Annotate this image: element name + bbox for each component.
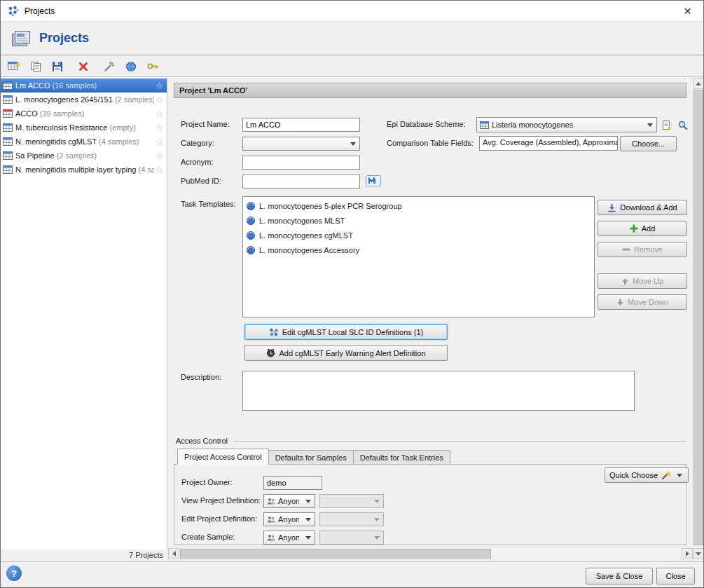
view-project-value: Anyone: [278, 497, 299, 505]
quick-choose-label: Quick Choose: [609, 471, 658, 479]
project-count: (39 samples): [40, 109, 85, 118]
task-template-item[interactable]: L. monocytogenes MLST: [243, 213, 594, 228]
create-sample-secondary-select[interactable]: [319, 531, 384, 545]
category-select[interactable]: [242, 137, 360, 151]
star-icon[interactable]: ☆: [154, 151, 165, 161]
task-template-item[interactable]: L. monocytogenes cgMLST: [243, 228, 594, 242]
save-close-label: Save & Close: [596, 572, 643, 580]
page-title: Projects: [39, 31, 89, 46]
pubmed-input[interactable]: [242, 175, 360, 189]
add-early-warning-button[interactable]: Add cgMLST Early Warning Alert Definitio…: [244, 345, 448, 361]
project-list-item[interactable]: L. monocytogenes 2645/151 (2 samples) ☆: [1, 93, 167, 107]
quick-choose-button[interactable]: Quick Choose: [605, 467, 689, 483]
view-project-secondary-select[interactable]: [319, 494, 384, 508]
chevron-down-icon: [374, 536, 380, 540]
scroll-left-button[interactable]: [168, 548, 179, 559]
project-name: N. meningitidis cgMLST: [15, 137, 97, 146]
task-templates-list[interactable]: L. monocytogenes 5-plex PCR Serogroup L.…: [242, 196, 595, 317]
view-project-definition-select[interactable]: Anyone: [263, 494, 315, 508]
task-template-name: L. monocytogenes 5-plex PCR Serogroup: [259, 202, 402, 210]
edit-project-definition-select[interactable]: Anyone: [263, 512, 315, 526]
save-icon: [52, 61, 63, 72]
horizontal-scroll-thumb[interactable]: [180, 549, 491, 559]
view-project-definition-label: View Project Definition:: [181, 496, 261, 505]
close-button[interactable]: ✕: [672, 1, 703, 21]
key-icon: [147, 61, 159, 71]
project-icon: [3, 109, 13, 118]
project-name-input[interactable]: [242, 118, 360, 132]
move-up-button[interactable]: Move Up: [598, 273, 687, 289]
projects-icon: [11, 29, 32, 48]
tools-button[interactable]: [101, 58, 118, 75]
project-list-item[interactable]: M. tuberculosis Resistance (empty) ☆: [1, 121, 167, 135]
star-icon[interactable]: ☆: [154, 165, 165, 175]
copy-button[interactable]: [27, 58, 44, 75]
description-input[interactable]: [242, 371, 635, 411]
copy-icon: [30, 61, 41, 72]
delete-icon: [78, 62, 88, 71]
task-template-item[interactable]: L. monocytogenes Accessory: [243, 242, 594, 257]
edit-slc-definitions-button[interactable]: Edit cgMLST Local SLC ID Definitions (1): [244, 324, 448, 340]
vertical-scrollbar[interactable]: [693, 78, 704, 559]
edit-slc-label: Edit cgMLST Local SLC ID Definitions (1): [282, 328, 424, 336]
scroll-down-button[interactable]: [693, 548, 704, 559]
move-down-button[interactable]: Move Down: [598, 294, 687, 310]
tab-label: Defaults for Samples: [275, 453, 347, 462]
delete-button[interactable]: [75, 58, 92, 75]
project-list-item[interactable]: Lm ACCO (16 samples) ☆: [1, 78, 167, 93]
remove-button[interactable]: Remove: [598, 242, 687, 257]
project-count-footer: 7 Projects: [1, 551, 163, 559]
tab-defaults-for-samples[interactable]: Defaults for Samples: [268, 450, 354, 465]
new-project-button[interactable]: [6, 58, 22, 75]
download-icon: [607, 203, 616, 212]
download-add-button[interactable]: Download & Add: [598, 200, 687, 215]
view-scheme-button[interactable]: [675, 118, 690, 132]
help-button[interactable]: ?: [6, 566, 22, 581]
star-icon[interactable]: ☆: [154, 137, 165, 147]
epi-scheme-select[interactable]: Listeria monocytogenes: [476, 117, 657, 132]
star-icon[interactable]: ☆: [154, 81, 165, 91]
tab-project-access-control[interactable]: Project Access Control: [177, 449, 269, 465]
task-template-item[interactable]: L. monocytogenes 5-plex PCR Serogroup: [243, 198, 594, 213]
acronym-input[interactable]: [242, 156, 360, 170]
project-owner-input[interactable]: [263, 476, 322, 490]
scroll-up-button[interactable]: [693, 78, 704, 89]
project-icon: [3, 165, 13, 174]
globe-icon: [125, 61, 137, 72]
plus-icon: [630, 224, 638, 233]
project-icon: [3, 81, 13, 90]
publish-button[interactable]: [123, 58, 139, 75]
vertical-scroll-thumb[interactable]: [693, 90, 703, 545]
help-icon: ?: [11, 568, 17, 579]
toolbar: [1, 56, 703, 77]
projects-window: Projects ✕ Projects: [0, 0, 704, 588]
project-list-item[interactable]: N. meningitidis cgMLST (4 samples) ☆: [1, 135, 167, 149]
triangle-left-icon: [172, 551, 176, 556]
horizontal-scrollbar[interactable]: [168, 548, 693, 559]
create-sample-select[interactable]: Anyone: [263, 531, 315, 545]
new-scheme-button[interactable]: [659, 118, 674, 132]
project-list-item[interactable]: N. meningitidis multiple layer typing (4…: [1, 163, 167, 177]
project-list-item[interactable]: ACCO (39 samples) ☆: [1, 107, 167, 121]
save-button[interactable]: [49, 58, 66, 75]
tab-defaults-for-task-entries[interactable]: Defaults for Task Entries: [353, 450, 450, 465]
edit-project-secondary-select[interactable]: [319, 512, 384, 526]
star-icon[interactable]: ☆: [154, 109, 165, 119]
project-icon: [3, 151, 13, 160]
choose-button[interactable]: Choose...: [620, 136, 677, 151]
project-owner-label: Project Owner:: [181, 478, 233, 486]
comparison-fields-label: Comparison Table Fields:: [387, 139, 474, 147]
star-icon[interactable]: ☆: [154, 123, 165, 133]
save-close-button[interactable]: Save & Close: [586, 568, 653, 584]
tab-label: Project Access Control: [184, 453, 262, 461]
close-dialog-button[interactable]: Close: [656, 568, 695, 584]
star-icon[interactable]: ☆: [154, 95, 165, 105]
chevron-down-icon: [350, 142, 356, 146]
scroll-right-button[interactable]: [682, 548, 693, 559]
project-icon: [3, 137, 13, 146]
scheme-table-icon: [480, 121, 489, 129]
permissions-button[interactable]: [144, 58, 161, 75]
access-control-tabs: Project Access Control Defaults for Samp…: [177, 449, 450, 465]
project-list-item[interactable]: Sa Pipeline (2 samples) ☆: [1, 149, 167, 163]
add-button[interactable]: Add: [598, 221, 687, 236]
